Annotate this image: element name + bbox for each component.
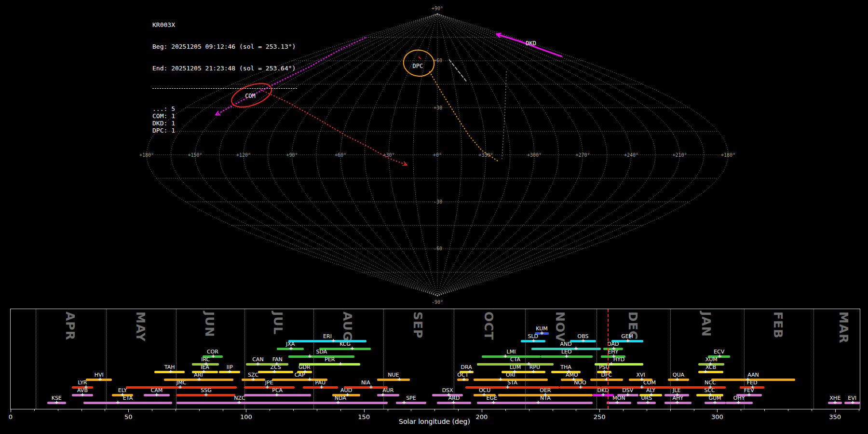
month-label-nov: NOV [553, 312, 567, 342]
x-tick-label: 200 [476, 413, 488, 420]
equator-label: +330° [478, 152, 493, 158]
current-sol-line [608, 309, 609, 409]
shower-peak-gem: + [625, 338, 630, 343]
shower-peak-szc: + [251, 377, 256, 382]
shower-peak-nzc: + [237, 400, 241, 405]
month-label-jun: JUN [203, 312, 217, 338]
x-tick-label: 0 [9, 413, 13, 420]
shower-peak-cor: + [211, 353, 215, 359]
count-row: DKD: 1 [152, 120, 297, 127]
shower-label-ori: ORI [506, 373, 515, 378]
equator-label: +60° [335, 152, 346, 158]
shower-peak-kum: + [540, 330, 544, 336]
shower-peak-gum: + [713, 400, 717, 405]
x-tick [11, 409, 11, 412]
month-label-mar: MAR [837, 312, 851, 343]
shower-label-nta: NTA [540, 396, 551, 401]
shower-peak-sda: + [308, 353, 312, 359]
x-tick [246, 409, 246, 412]
radiant-label-dkd: DKD [526, 40, 536, 47]
count-row: DPC: 1 [152, 127, 297, 134]
shower-label-hyd: HYD [613, 357, 624, 362]
latitude-label: +60 [434, 58, 442, 63]
shower-peak-ori: + [498, 377, 502, 382]
shower-peak-dkd: + [601, 392, 605, 397]
shower-peak-xcb: + [703, 369, 707, 374]
shower-label-com: COM [643, 380, 656, 385]
track-dpc-red-mark [419, 57, 422, 60]
grid-meridian [437, 14, 704, 296]
x-tick [812, 409, 812, 411]
shower-bar-sda [288, 355, 354, 358]
shower-peak-iip: + [228, 369, 232, 374]
shower-peak-pca: + [274, 392, 279, 397]
shower-peak-urs: + [646, 400, 650, 405]
shower-peak-spe: + [402, 400, 406, 405]
shower-peak-qua: + [675, 377, 679, 382]
x-tick [270, 409, 270, 411]
shower-bar-xcb [698, 371, 723, 373]
shower-peak-leo: + [564, 353, 569, 359]
shower-counts: ...: 5COM: 1DKD: 1DPC: 1 [152, 105, 297, 134]
x-tick [152, 409, 152, 411]
shower-peak-ahy: + [675, 400, 679, 405]
x-tick [859, 409, 859, 411]
shower-peak-and: + [574, 346, 578, 351]
x-tick [364, 409, 365, 412]
shower-peak-mon: + [615, 400, 619, 405]
pole-label-top: +90° [432, 6, 443, 11]
shower-peak-jmc: + [178, 384, 182, 390]
latitude-label: -30 [434, 199, 442, 204]
month-label-apr: APR [63, 312, 77, 340]
info-panel: KR003X Beg: 20251205 09:12:46 (sol = 253… [152, 7, 297, 141]
shower-peak-ard: + [451, 400, 456, 405]
shower-peak-nue: + [397, 377, 401, 382]
x-tick [505, 409, 506, 411]
shower-peak-kcg: + [350, 346, 354, 351]
x-tick [788, 409, 788, 411]
shower-label-spe: SPE [406, 396, 416, 401]
shower-bar-eta [83, 402, 172, 404]
equator-label: +90° [286, 152, 298, 158]
equator-label: +270° [575, 152, 590, 158]
month-boundary-mar [814, 309, 814, 409]
equator-label: +150° [188, 152, 202, 158]
x-tick [105, 409, 105, 411]
activity-timeline: APRMAYJUNJULAUGSEPOCTNOVDECJANFEBMARKUM+… [10, 309, 860, 409]
shower-peak-rpu: + [531, 369, 536, 374]
track-gray-faint [502, 72, 506, 159]
month-boundary-aug [313, 309, 314, 409]
shower-peak-lmi: + [503, 353, 507, 359]
x-tick-label: 100 [240, 413, 252, 420]
x-tick [458, 409, 459, 411]
shower-label-cap: CAP [295, 373, 305, 378]
x-tick [388, 409, 388, 411]
month-label-oct: OCT [482, 312, 496, 340]
count-row: ...: 5 [152, 105, 297, 112]
shower-peak-aur: + [380, 392, 385, 397]
begin-time-line: Beg: 20251205 09:12:46 (sol = 253.13°) [152, 43, 297, 50]
shower-peak-hvi: + [98, 377, 102, 382]
equator-label: +120° [236, 152, 251, 158]
x-tick [34, 409, 35, 411]
latitude-label: -60 [434, 246, 442, 251]
pole-label-bottom: -90° [432, 299, 443, 305]
shower-peak-pau: + [319, 384, 324, 390]
x-tick [317, 409, 317, 411]
x-tick [340, 409, 341, 411]
x-axis-title: Solar longitude (deg) [399, 418, 470, 425]
track-dpc-drift [430, 72, 499, 162]
equator-label: +0° [433, 152, 442, 158]
x-tick [647, 409, 647, 411]
shower-bar-eri [288, 340, 366, 342]
x-tick [670, 409, 671, 411]
station-id: KR003X [152, 21, 297, 28]
count-row: COM: 1 [152, 112, 297, 120]
shower-peak-evi: + [851, 400, 855, 405]
shower-peak-oct: + [462, 377, 466, 382]
shower-peak-eta: + [116, 400, 120, 405]
x-tick [482, 409, 482, 412]
shower-peak-xhe: + [833, 400, 837, 405]
shower-bar-spe [396, 402, 427, 404]
equator-label: +180° [721, 152, 735, 158]
